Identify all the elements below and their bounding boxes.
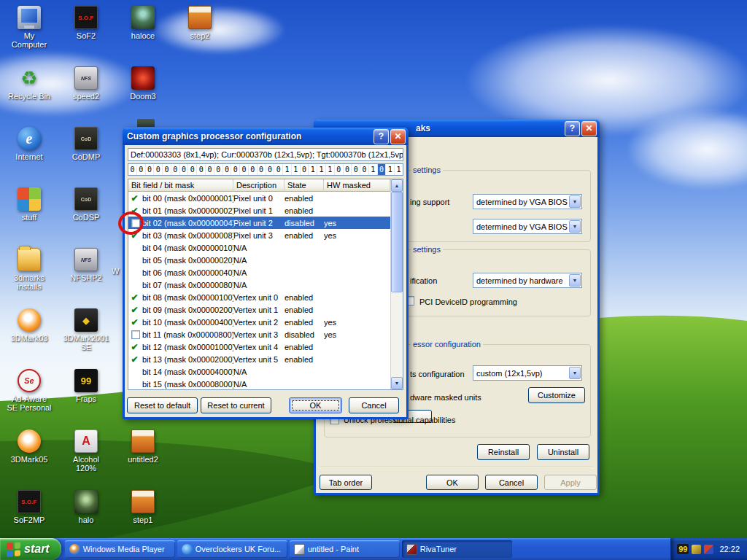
row-checkbox[interactable] — [131, 306, 140, 314]
desktop-icon[interactable]: e Internet — [6, 127, 53, 179]
bit-cell[interactable]: 0 — [344, 164, 352, 175]
desktop-icon[interactable]: ♻ Recycle Bin — [6, 66, 53, 119]
desktop-icon[interactable]: halo — [63, 490, 109, 542]
desktop-icon[interactable]: 3DMark2001 SE — [63, 308, 109, 361]
bit-cell[interactable]: 0 — [171, 164, 180, 175]
desktop-icon[interactable]: CoD CoDMP — [63, 127, 109, 179]
close-button[interactable]: ✕ — [581, 121, 597, 136]
cancel-button[interactable]: Cancel — [485, 475, 538, 490]
desktop-icon[interactable]: stuff — [6, 187, 53, 240]
bitmask-row[interactable]: bit 12 (mask 0x00001000) Vertex unit 4 e… — [128, 341, 390, 353]
bitmask-row[interactable]: bit 07 (mask 0x00000080) N/A — [128, 279, 390, 291]
scrollbar-thumb[interactable] — [391, 192, 403, 292]
hardware-combo[interactable]: determined by hardware ▼ — [473, 273, 582, 288]
bit-cell[interactable]: 1 — [292, 164, 301, 175]
bitmask-row[interactable]: bit 10 (mask 0x00000400) Vertex unit 2 e… — [128, 316, 390, 328]
bit-cell[interactable]: 0 — [352, 164, 360, 175]
row-checkbox[interactable] — [131, 318, 140, 327]
desktop-icon[interactable]: NFS NFSHP2 — [63, 248, 109, 300]
bitmask-row[interactable]: bit 03 (mask 0x00000008) Pixel unit 3 en… — [128, 229, 390, 241]
row-checkbox[interactable] — [131, 330, 140, 339]
combo-arrow-icon[interactable]: ▼ — [569, 274, 581, 287]
desktop-icon[interactable]: CoD CoDSP — [63, 187, 109, 240]
bit-cell[interactable]: 0 — [301, 164, 309, 175]
scroll-down-button[interactable]: ▼ — [391, 377, 403, 389]
vga-bios-combo-2[interactable]: determined by VGA BIOS ▼ — [473, 219, 582, 234]
uninstall-button[interactable]: Uninstall — [537, 444, 589, 460]
desktop-icon[interactable]: S.O.F SoF2 — [63, 6, 109, 58]
desktop-icon[interactable]: 3dmarks installs — [6, 248, 53, 300]
vga-bios-combo-1[interactable]: determined by VGA BIOS ▼ — [473, 194, 582, 209]
desktop-icon[interactable]: 99 Fraps — [63, 369, 109, 421]
tray-icon-2[interactable] — [704, 545, 713, 554]
close-button[interactable]: ✕ — [390, 129, 406, 144]
bit-cell[interactable]: 0 — [266, 164, 275, 175]
desktop-icon[interactable]: Doom3 — [120, 66, 166, 119]
row-checkbox[interactable] — [131, 343, 140, 351]
scrollbar[interactable]: ▲ ▼ — [390, 179, 403, 389]
desktop-icon[interactable]: step2 — [177, 6, 223, 58]
ok-button[interactable]: OK — [426, 475, 479, 490]
desktop-icon[interactable]: 3DMark05 — [6, 429, 53, 482]
desktop-icon[interactable]: Se Ad-Aware SE Personal — [6, 369, 53, 421]
bit-cell[interactable]: 0 — [137, 164, 146, 175]
bitmask-row[interactable]: bit 06 (mask 0x00000040) N/A — [128, 266, 390, 279]
help-button[interactable]: ? — [565, 121, 580, 136]
bit-cell[interactable]: 1 — [395, 164, 403, 175]
task-button[interactable]: untitled - Paint — [290, 540, 400, 558]
bit-cell[interactable]: 1 — [326, 164, 335, 175]
task-button[interactable]: Overclockers UK Foru... — [177, 540, 287, 558]
desktop-icon[interactable]: step1 — [120, 490, 166, 542]
bit-cell[interactable]: 0 — [154, 164, 163, 175]
bit-cell[interactable]: 1 — [309, 164, 317, 175]
bitmask-row[interactable]: bit 14 (mask 0x00004000) N/A — [128, 365, 390, 378]
column-header-description[interactable]: Description — [233, 179, 285, 192]
bit-cell[interactable]: 0 — [249, 164, 258, 175]
row-checkbox[interactable] — [131, 355, 140, 364]
desktop-icon[interactable]: 3DMark03 — [6, 308, 53, 361]
bitmask-row[interactable]: bit 04 (mask 0x00000010) N/A — [128, 241, 390, 254]
fraps-tray-icon[interactable]: 99 — [677, 544, 689, 554]
bit-cell[interactable]: 0 — [214, 164, 223, 175]
combo-arrow-icon[interactable]: ▼ — [569, 220, 581, 233]
bit-cell[interactable]: 1 — [283, 164, 292, 175]
bitmask-row[interactable]: bit 00 (mask 0x00000001) Pixel unit 0 en… — [128, 192, 390, 204]
bit-cell[interactable]: 1 — [317, 164, 326, 175]
taskbar-clock[interactable]: 22:22 — [716, 545, 740, 553]
desktop-icon[interactable]: A Alcohol 120% — [63, 429, 109, 482]
bit-cell[interactable]: 0 — [335, 164, 344, 175]
help-button[interactable]: ? — [374, 129, 389, 144]
desktop-icon[interactable]: NFS speed2 — [63, 66, 109, 119]
partial-hidden-icon[interactable] — [137, 119, 155, 127]
reinstall-button[interactable]: Reinstall — [477, 444, 530, 460]
bit-cell[interactable]: 0 — [188, 164, 197, 175]
bit-cell[interactable]: 0 — [223, 164, 232, 175]
combo-arrow-icon[interactable]: ▼ — [569, 195, 581, 208]
desktop-icon[interactable]: S.O.F SoF2MP — [6, 490, 53, 542]
combo-arrow-icon[interactable]: ▼ — [569, 367, 581, 379]
column-header-hw-masked[interactable]: HW masked — [324, 179, 390, 192]
bit-cell[interactable]: 0 — [197, 164, 206, 175]
bitmask-row[interactable]: bit 15 (mask 0x00008000) N/A — [128, 378, 390, 390]
column-header-bitfield[interactable]: Bit field / bit mask — [128, 179, 233, 192]
bit-cell[interactable]: 0 — [163, 164, 171, 175]
reset-to-default-button[interactable]: Reset to default — [127, 397, 198, 413]
tab-order-button[interactable]: Tab order — [320, 475, 372, 490]
task-button[interactable]: RivaTuner — [402, 540, 512, 558]
tray-icon-1[interactable] — [692, 545, 701, 554]
desktop-icon[interactable]: haloce — [120, 6, 166, 58]
partial-icon-label[interactable]: W — [112, 267, 119, 276]
bit-cell[interactable]: 0 — [146, 164, 155, 175]
bitmask-row[interactable]: bit 02 (mask 0x00000004) Pixel unit 2 di… — [128, 217, 390, 229]
bitmask-row[interactable]: bit 11 (mask 0x00000800) Vertex unit 3 d… — [128, 328, 390, 341]
scroll-up-button[interactable]: ▲ — [391, 179, 403, 192]
desktop-icon[interactable]: untitled2 — [120, 429, 166, 482]
row-checkbox[interactable] — [131, 293, 140, 302]
reset-to-current-button[interactable]: Reset to current — [201, 397, 271, 413]
column-header-state[interactable]: State — [285, 179, 324, 192]
bit-cell[interactable]: 0 — [206, 164, 214, 175]
bitmask-row[interactable]: bit 08 (mask 0x00000100) Vertex unit 0 e… — [128, 291, 390, 303]
customize-button[interactable]: Customize — [528, 387, 585, 403]
bit-cell[interactable]: 0 — [128, 164, 137, 175]
bit-cell[interactable]: 0 — [360, 164, 369, 175]
